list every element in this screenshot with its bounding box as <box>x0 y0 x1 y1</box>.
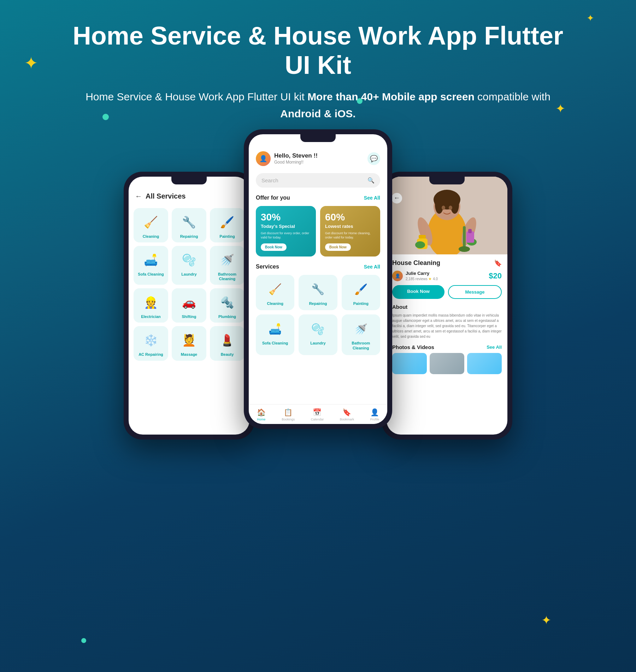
svc-bathroom-icon: 🚿 <box>352 320 370 338</box>
list-item[interactable]: 🛋️ Sofa Cleaning <box>256 314 294 355</box>
bookmark-nav-label: Bookmark <box>340 418 354 421</box>
service-label-repairing: Repairing <box>180 234 198 239</box>
services-grid-center: 🧹 Cleaning 🔧 Repairing 🖌️ Painting 🛋️ So… <box>249 275 387 355</box>
offer-card-1[interactable]: 30% Today's Special Get discount for eve… <box>256 206 316 257</box>
right-phone: ← House Cleaning 🔖 👤 Julie Carry 2,185 r… <box>382 172 512 440</box>
service-label-laundry: Laundry <box>181 272 196 277</box>
offers-title: Offer for you <box>256 195 290 201</box>
svc-repairing-icon: 🔧 <box>309 281 327 298</box>
back-button-left[interactable]: ← <box>135 192 142 200</box>
offer-tag-2: Lowest rates <box>325 224 375 229</box>
provider-row: 👤 Julie Carry 2,185 reviews ★ 4.0 $20 <box>392 271 502 282</box>
photo-thumb-3[interactable] <box>467 353 502 374</box>
service-label-sofa: Sofa Cleaning <box>138 272 164 277</box>
subtitle: Home Service & House Work App Flutter UI… <box>71 88 565 122</box>
chat-icon[interactable]: 💬 <box>367 152 380 165</box>
sub-greeting: Good Morning!! <box>274 160 318 165</box>
list-item[interactable]: 🚿 Bathroom Cleaning <box>342 314 380 355</box>
service-label-painting: Painting <box>219 234 235 239</box>
massage-icon: 💆 <box>180 331 198 349</box>
bookmark-icon[interactable]: 🔖 <box>494 259 502 267</box>
back-button-right[interactable]: ← <box>391 193 402 204</box>
profile-nav-icon: 👤 <box>370 408 379 417</box>
review-count: 2,185 reviews <box>406 277 428 281</box>
service-label-ac: AC Repairing <box>139 352 163 357</box>
provider-reviews: 2,185 reviews ★ 4.0 <box>406 276 438 281</box>
offer-book-btn-1[interactable]: Book Now <box>261 243 287 251</box>
provider-avatar: 👤 <box>392 271 403 281</box>
bookings-nav-icon: 📋 <box>284 408 293 417</box>
list-item[interactable]: 👷 Electrician <box>134 288 168 323</box>
offer-tag-1: Today's Special <box>261 224 311 229</box>
nav-home[interactable]: 🏠 Home <box>257 408 266 421</box>
service-label-massage: Massage <box>181 352 197 357</box>
list-item[interactable]: 💄 Beauty <box>210 326 245 360</box>
offer-percent-1: 30% <box>261 212 311 223</box>
page-header: Home Service & House Work App Flutter UI… <box>0 0 636 133</box>
right-phone-screen: ← House Cleaning 🔖 👤 Julie Carry 2,185 r… <box>387 177 507 435</box>
repairing-icon: 🔧 <box>180 213 198 231</box>
left-phone-screen: ← All Services 🧹 Cleaning 🔧 Repairing 🖌️… <box>129 177 249 435</box>
search-icon: 🔍 <box>367 177 375 184</box>
hello-text: Hello, Steven !! <box>274 152 318 160</box>
services-see-all[interactable]: See All <box>364 264 380 270</box>
list-item[interactable]: 🖌️ Painting <box>342 275 380 310</box>
list-item[interactable]: 🔩 Plumbing <box>210 288 245 323</box>
list-item[interactable]: ❄️ AC Repairing <box>134 326 168 360</box>
star-decoration-4: ✦ <box>541 614 551 626</box>
offers-see-all[interactable]: See All <box>364 195 380 201</box>
phone-notch-right <box>429 177 465 184</box>
list-item[interactable]: 🔧 Repairing <box>299 275 337 310</box>
provider-details: Julie Carry 2,185 reviews ★ 4.0 <box>406 271 438 282</box>
list-item[interactable]: 🧹 Cleaning <box>134 208 168 242</box>
list-item[interactable]: 🛋️ Sofa Cleaning <box>134 246 168 285</box>
service-price: $20 <box>489 271 502 281</box>
provider-name: Julie Carry <box>406 271 438 277</box>
offer-percent-2: 60% <box>325 212 375 223</box>
service-label-plumbing: Plumbing <box>218 314 236 319</box>
nav-bookings[interactable]: 📋 Bookings <box>282 408 295 421</box>
message-button[interactable]: Message <box>448 285 502 299</box>
svc-label-painting: Painting <box>353 301 369 306</box>
offer-desc-2: Get discount for Home cleaning, order va… <box>325 231 375 240</box>
offer-desc-1: Get discount for every order, order vali… <box>261 231 311 240</box>
list-item[interactable]: 🚗 Shifting <box>172 288 206 323</box>
nav-calendar[interactable]: 📅 Calendar <box>311 408 324 421</box>
bookmark-nav-icon: 🔖 <box>342 408 351 417</box>
painting-icon: 🖌️ <box>218 213 236 231</box>
nav-profile[interactable]: 👤 Profile <box>370 408 379 421</box>
list-item[interactable]: 🧹 Cleaning <box>256 275 294 310</box>
service-label-electrician: Electrician <box>141 314 161 319</box>
book-now-button[interactable]: Book Now <box>392 285 444 299</box>
offers-container: 30% Today's Special Get discount for eve… <box>249 206 387 257</box>
beauty-icon: 💄 <box>218 331 236 349</box>
list-item[interactable]: 🫧 Laundry <box>172 246 206 285</box>
main-title: Home Service & House Work App Flutter UI… <box>71 21 565 80</box>
title-row: House Cleaning 🔖 <box>392 259 502 267</box>
about-text: Ipsum quam imperdiet mollis massa bibend… <box>392 313 502 339</box>
svg-point-15 <box>415 241 425 248</box>
home-nav-icon: 🏠 <box>257 408 266 417</box>
svc-sofa-icon: 🛋️ <box>266 320 284 338</box>
nav-bookmark[interactable]: 🔖 Bookmark <box>340 408 354 421</box>
svc-label-repairing: Repairing <box>309 301 327 306</box>
service-label-bathroom: Bathroom Cleaning <box>213 272 242 281</box>
list-item[interactable]: 🫧 Laundry <box>299 314 337 355</box>
list-item[interactable]: 💆 Massage <box>172 326 206 360</box>
svg-point-8 <box>449 206 452 210</box>
photo-thumb-1[interactable] <box>392 353 427 374</box>
desc-normal: Home Service & House Work App Flutter UI… <box>86 91 307 102</box>
service-label-shifting: Shifting <box>182 314 196 319</box>
photo-thumb-2[interactable] <box>430 353 464 374</box>
list-item[interactable]: 🔧 Repairing <box>172 208 206 242</box>
svg-point-5 <box>435 196 443 214</box>
search-bar[interactable]: Search 🔍 <box>256 173 380 188</box>
offer-book-btn-2[interactable]: Book Now <box>325 243 351 251</box>
offers-section-header: Offer for you See All <box>249 193 387 203</box>
list-item[interactable]: 🖌️ Painting <box>210 208 245 242</box>
list-item[interactable]: 🚿 Bathroom Cleaning <box>210 246 245 285</box>
offer-card-2[interactable]: 60% Lowest rates Get discount for Home c… <box>320 206 380 257</box>
photos-see-all[interactable]: See All <box>487 344 502 350</box>
services-grid-left: 🧹 Cleaning 🔧 Repairing 🖌️ Painting 🛋️ So… <box>129 205 249 364</box>
svc-laundry-icon: 🫧 <box>309 320 327 338</box>
